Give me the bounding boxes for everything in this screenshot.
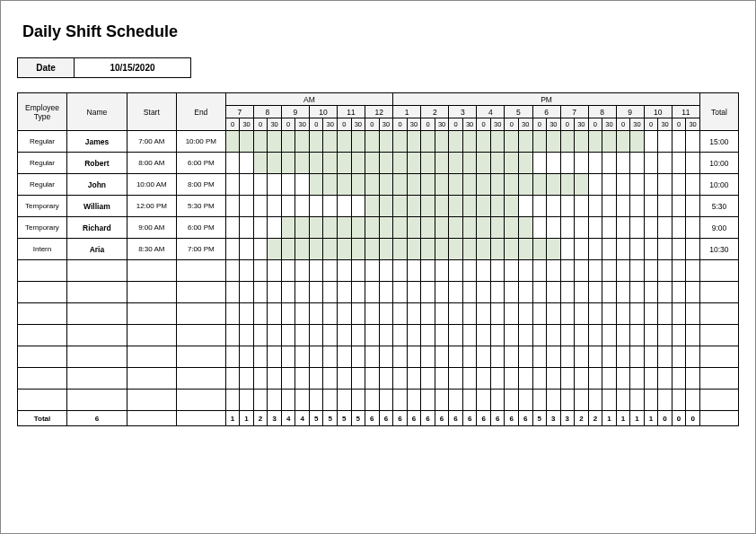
cell-etype: Temporary bbox=[18, 196, 67, 217]
slot-cell bbox=[435, 217, 449, 239]
slot-cell bbox=[421, 131, 435, 153]
slot-cell bbox=[365, 131, 380, 153]
slot-cell bbox=[309, 368, 323, 390]
table-row: RegularJohn10:00 AM8:00 PM10:00 bbox=[18, 174, 739, 196]
slot-cell bbox=[225, 260, 240, 282]
slot-cell bbox=[240, 368, 254, 390]
cell-start: 8:00 AM bbox=[127, 153, 176, 174]
slot-cell bbox=[421, 174, 435, 196]
header-sub: 0 bbox=[281, 118, 295, 131]
slot-cell bbox=[532, 196, 547, 217]
slot-cell bbox=[225, 325, 240, 346]
slot-cell bbox=[435, 303, 449, 325]
table-row bbox=[18, 325, 739, 346]
footer-slot: 4 bbox=[295, 411, 310, 426]
header-sub: 30 bbox=[686, 118, 700, 131]
slot-cell bbox=[393, 217, 408, 239]
slot-cell bbox=[575, 217, 589, 239]
slot-cell bbox=[575, 368, 589, 390]
slot-cell bbox=[379, 196, 393, 217]
footer-slot: 3 bbox=[560, 411, 575, 426]
slot-cell bbox=[435, 260, 449, 282]
slot-cell bbox=[295, 282, 310, 303]
slot-cell bbox=[253, 260, 268, 282]
slot-cell bbox=[588, 346, 602, 368]
slot-cell bbox=[505, 196, 519, 217]
cell-end bbox=[176, 346, 225, 368]
footer-slot: 5 bbox=[323, 411, 338, 426]
footer-slot: 0 bbox=[686, 411, 700, 426]
slot-cell bbox=[575, 346, 589, 368]
slot-cell bbox=[393, 282, 408, 303]
slot-cell bbox=[435, 174, 449, 196]
header-end: End bbox=[176, 93, 225, 131]
footer-count: 6 bbox=[66, 411, 127, 426]
slot-cell bbox=[407, 174, 421, 196]
cell-etype: Temporary bbox=[18, 217, 67, 239]
header-sub: 30 bbox=[462, 118, 477, 131]
slot-cell bbox=[379, 368, 393, 390]
slot-cell bbox=[351, 282, 365, 303]
slot-cell bbox=[532, 153, 547, 174]
cell-name bbox=[66, 282, 127, 303]
slot-cell bbox=[602, 260, 617, 282]
slot-cell bbox=[365, 368, 380, 390]
slot-cell bbox=[435, 390, 449, 411]
slot-cell bbox=[435, 196, 449, 217]
slot-cell bbox=[421, 346, 435, 368]
slot-cell bbox=[309, 260, 323, 282]
cell-etype bbox=[18, 282, 67, 303]
slot-cell bbox=[630, 217, 645, 239]
slot-cell bbox=[449, 174, 463, 196]
slot-cell bbox=[686, 282, 700, 303]
slot-cell bbox=[449, 346, 463, 368]
slot-cell bbox=[323, 346, 338, 368]
slot-cell bbox=[435, 131, 449, 153]
header-sub: 0 bbox=[644, 118, 658, 131]
cell-end bbox=[176, 260, 225, 282]
slot-cell bbox=[253, 303, 268, 325]
header-sub: 0 bbox=[365, 118, 380, 131]
footer-slot: 0 bbox=[658, 411, 672, 426]
slot-cell bbox=[560, 303, 575, 325]
slot-cell bbox=[658, 174, 672, 196]
slot-cell bbox=[323, 196, 338, 217]
slot-cell bbox=[490, 174, 505, 196]
slot-cell bbox=[338, 153, 352, 174]
slot-cell bbox=[477, 239, 491, 260]
slot-cell bbox=[351, 368, 365, 390]
slot-cell bbox=[462, 303, 477, 325]
slot-cell bbox=[449, 368, 463, 390]
slot-cell bbox=[602, 325, 617, 346]
slot-cell bbox=[560, 196, 575, 217]
header-sub: 30 bbox=[268, 118, 282, 131]
slot-cell bbox=[602, 217, 617, 239]
slot-cell bbox=[588, 217, 602, 239]
footer-slot: 4 bbox=[281, 411, 295, 426]
cell-total bbox=[699, 282, 738, 303]
slot-cell bbox=[365, 260, 380, 282]
slot-cell bbox=[672, 174, 686, 196]
slot-cell bbox=[323, 368, 338, 390]
slot-cell bbox=[532, 131, 547, 153]
cell-start: 9:00 AM bbox=[127, 217, 176, 239]
header-sub: 0 bbox=[338, 118, 352, 131]
slot-cell bbox=[407, 346, 421, 368]
cell-start bbox=[127, 282, 176, 303]
slot-cell bbox=[435, 346, 449, 368]
slot-cell bbox=[379, 282, 393, 303]
slot-cell bbox=[672, 260, 686, 282]
slot-cell bbox=[518, 368, 532, 390]
cell-start bbox=[127, 303, 176, 325]
table-body: RegularJames7:00 AM10:00 PM15:00RegularR… bbox=[18, 131, 739, 411]
slot-cell bbox=[602, 303, 617, 325]
footer-slot: 5 bbox=[532, 411, 547, 426]
footer-slot: 1 bbox=[225, 411, 240, 426]
slot-cell bbox=[393, 346, 408, 368]
header-sub: 30 bbox=[547, 118, 561, 131]
slot-cell bbox=[240, 260, 254, 282]
slot-cell bbox=[616, 282, 630, 303]
slot-cell bbox=[323, 217, 338, 239]
slot-cell bbox=[602, 153, 617, 174]
slot-cell bbox=[338, 325, 352, 346]
